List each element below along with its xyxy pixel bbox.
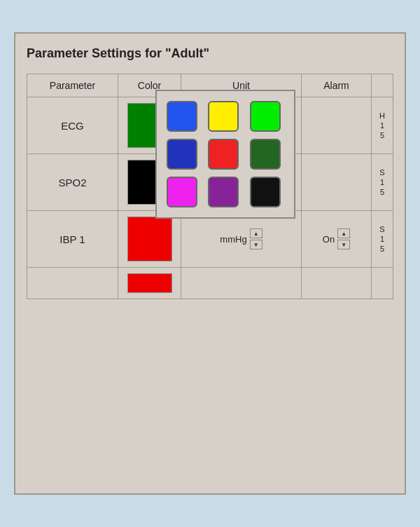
ibp1-color-swatch[interactable] [127,217,172,261]
spo2-alarm-cell [302,154,372,210]
partial-unit-cell [181,268,302,299]
header-parameter: Parameter [27,74,118,97]
ibp1-unit-up[interactable]: ▲ [250,228,262,238]
ibp1-unit-text: mmHg [220,234,246,245]
color-option-red[interactable] [208,139,239,170]
partial-color-swatch [127,273,172,293]
ibp1-color-cell[interactable] [118,211,181,267]
ecg-label: ECG [61,120,84,132]
ibp1-alarm-stepper[interactable]: ▲ ▼ [337,228,350,249]
ibp1-unit-down[interactable]: ▼ [250,240,262,249]
color-option-yellow[interactable] [208,101,239,132]
partial-color-cell [118,268,181,299]
ibp1-alarm-cell: On ▲ ▼ [302,211,372,267]
spo2-side-info: S 1 5 [378,165,386,199]
ibp1-alarm-down[interactable]: ▼ [337,240,350,249]
table-row-ibp1: IBP 1 mmHg ▲ ▼ On ▲ ▼ [27,211,393,268]
ibp1-side-cell: S 1 5 [372,211,393,267]
ibp1-unit-cell: mmHg ▲ ▼ [181,211,302,267]
partial-alarm-cell [302,268,372,299]
ecg-side-cell: H 1 5 [372,97,393,153]
ecg-param-cell: ECG [27,97,118,153]
color-option-blue[interactable] [167,101,197,132]
ibp1-unit-selector: mmHg ▲ ▼ [220,228,262,249]
ecg-side-info: H 1 5 [378,109,386,142]
ibp1-unit-stepper[interactable]: ▲ ▼ [250,228,262,249]
color-option-purple[interactable] [208,177,239,207]
partial-side-cell [372,268,393,299]
color-option-dark-green[interactable] [250,139,281,170]
ibp1-label: IBP 1 [59,233,85,245]
color-option-black[interactable] [250,177,281,207]
ibp1-alarm-up[interactable]: ▲ [337,228,350,238]
ibp1-alarm-selector: On ▲ ▼ [323,228,350,249]
color-picker-popup [155,90,295,219]
panel-title: Parameter Settings for "Adult" [27,46,393,61]
color-option-bright-green[interactable] [250,101,281,132]
spo2-side-cell: S 1 5 [372,154,393,210]
main-panel: Parameter Settings for "Adult" Parameter… [14,32,406,495]
header-alarm: Alarm [302,74,372,97]
ecg-alarm-cell [302,97,372,153]
ibp1-param-cell: IBP 1 [27,211,118,267]
color-option-magenta[interactable] [167,177,197,207]
color-option-dark-blue[interactable] [167,139,197,170]
partial-param-cell [27,268,118,299]
table-row-partial [27,268,393,299]
spo2-param-cell: SPO2 [27,154,118,210]
header-extra [372,74,393,97]
ibp1-side-info: S 1 5 [378,222,386,256]
ibp1-alarm-text: On [323,234,335,245]
spo2-label: SPO2 [58,177,86,189]
